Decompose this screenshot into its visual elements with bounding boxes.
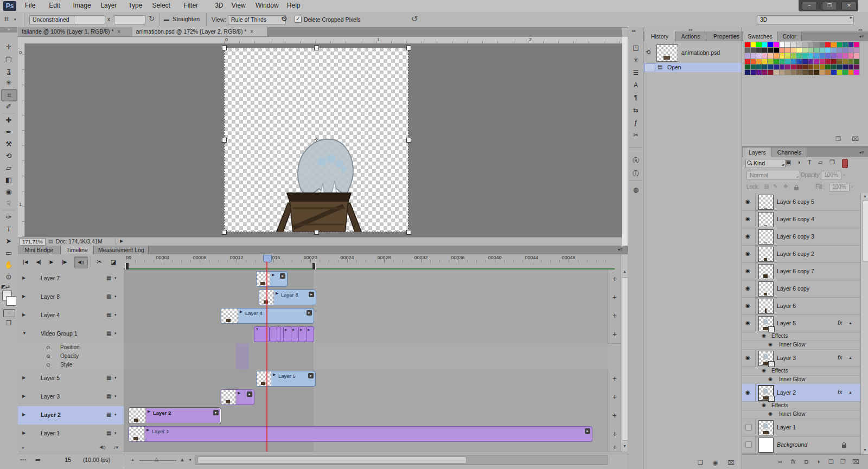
crop-tool-dropdown-arrow[interactable]: ▾: [14, 17, 16, 22]
screen-mode-button[interactable]: ❐: [3, 320, 14, 327]
color-swatch[interactable]: [831, 65, 837, 69]
color-swatch[interactable]: [780, 42, 785, 47]
layer-effect-row[interactable]: ◉Effects: [742, 401, 860, 410]
styles-icon[interactable]: ƒ: [628, 117, 643, 128]
color-swatch[interactable]: [745, 53, 750, 58]
layers-scroll-thumb[interactable]: [862, 201, 868, 261]
menu-help[interactable]: Help: [283, 0, 305, 11]
color-swatch[interactable]: [745, 65, 750, 69]
track-filmstrip-icon[interactable]: ▦: [106, 275, 111, 281]
paint-bucket-tool[interactable]: ◧: [1, 174, 16, 185]
scroll-down-arrow[interactable]: ▼: [623, 444, 627, 448]
color-swatch[interactable]: [825, 53, 831, 58]
shape-tool[interactable]: ▭: [1, 247, 16, 259]
video-group-mini-clip[interactable]: [270, 326, 277, 342]
stopwatch-icon[interactable]: ⊙: [46, 345, 50, 350]
visibility-eye-icon[interactable]: ◉: [745, 320, 750, 326]
audio-track-note-icon[interactable]: ♪▾: [113, 445, 118, 450]
crop-handle[interactable]: [222, 230, 227, 235]
color-swatch[interactable]: [791, 42, 796, 47]
effect-eye-icon[interactable]: ◉: [768, 376, 773, 382]
add-media-button[interactable]: +: [608, 406, 621, 425]
color-swatch[interactable]: [808, 42, 814, 47]
timeline-track-lane[interactable]: [124, 343, 608, 352]
stopwatch-icon[interactable]: ⊙: [46, 362, 50, 368]
clip-loop-icon[interactable]: ▸: [280, 273, 285, 279]
menu-view[interactable]: View: [227, 0, 250, 11]
color-swatch[interactable]: [768, 59, 773, 64]
tab-actions[interactable]: Actions: [675, 31, 706, 41]
timeline-track-lane[interactable]: ▶Layer 2▸: [124, 406, 608, 425]
layer-row-layer-5[interactable]: ◉Layer 5fx▲: [742, 314, 860, 332]
timeline-track-lane[interactable]: ▼▶▶▶▶: [124, 325, 608, 344]
color-swatch[interactable]: [791, 59, 796, 64]
brush-icon[interactable]: ✳: [628, 55, 643, 66]
timeline-zoom-slider-thumb[interactable]: △: [155, 457, 158, 462]
timeline-track-lane[interactable]: [124, 443, 608, 452]
color-swatch[interactable]: [791, 70, 796, 75]
color-swatch[interactable]: [808, 48, 814, 53]
color-swatch[interactable]: [780, 70, 785, 75]
new-adjustment-layer-icon[interactable]: ◑: [816, 458, 820, 465]
add-media-button[interactable]: +: [608, 388, 621, 407]
h-scroll-thumb[interactable]: [197, 457, 467, 464]
color-swatch[interactable]: [751, 59, 756, 64]
delete-state-icon[interactable]: ⌧: [727, 459, 735, 466]
color-swatch[interactable]: [854, 59, 859, 64]
color-swatch[interactable]: [785, 53, 790, 58]
visibility-eye-icon[interactable]: ◉: [745, 268, 750, 274]
color-swatch[interactable]: [751, 65, 756, 69]
zoom-in-mountain-icon[interactable]: ▲: [180, 457, 185, 462]
video-group-mini-clip[interactable]: ▶: [298, 326, 307, 342]
fx-collapse-arrow[interactable]: ▲: [848, 321, 852, 325]
color-swatch[interactable]: [808, 70, 814, 75]
color-swatch[interactable]: [831, 53, 837, 58]
layer-row-layer-6-copy-7[interactable]: ◉Layer 6 copy 7: [742, 262, 860, 280]
layer-effect-row[interactable]: ◉Inner Glow: [742, 410, 860, 419]
tab-properties[interactable]: Properties: [706, 31, 747, 41]
color-swatch[interactable]: [762, 48, 768, 53]
menu-edit[interactable]: Edit: [44, 0, 65, 11]
timeline-clip[interactable]: ▶▸: [221, 389, 254, 405]
play-button[interactable]: ▶: [46, 256, 58, 267]
timeline-tab-measurement-log[interactable]: Measurement Log: [94, 246, 149, 254]
layers-scroll-down-arrow[interactable]: ▼: [863, 448, 867, 452]
color-swatch[interactable]: [854, 48, 859, 53]
color-swatch[interactable]: [762, 70, 768, 75]
crop-settings-gear-icon[interactable]: ⚙: [281, 15, 288, 23]
lock-transparency-icon[interactable]: ▨: [764, 183, 769, 189]
color-swatch[interactable]: [774, 48, 779, 53]
color-swatch[interactable]: [785, 59, 790, 64]
color-swatch[interactable]: [825, 70, 831, 75]
track-options-arrow[interactable]: ▾: [114, 276, 117, 280]
color-swatch[interactable]: [837, 42, 843, 47]
eraser-tool[interactable]: ▱: [1, 162, 16, 174]
quick-mask-button[interactable]: ◌: [3, 309, 15, 317]
add-media-button[interactable]: +: [608, 288, 621, 307]
track-expander-icon[interactable]: ▶: [22, 394, 25, 399]
color-swatch[interactable]: [774, 65, 779, 69]
notes-icon[interactable]: ✂: [628, 130, 643, 140]
color-swatch[interactable]: [831, 48, 837, 53]
close-button[interactable]: ✕: [841, 2, 857, 10]
color-swatch[interactable]: [768, 53, 773, 58]
brush-presets-icon[interactable]: ☰: [628, 67, 643, 78]
color-swatch[interactable]: [751, 48, 756, 53]
timeline-track-lane[interactable]: ▶▸: [124, 388, 608, 407]
background-color-swatch[interactable]: [7, 296, 16, 306]
timeline-panel-menu-icon[interactable]: ▾≡: [618, 247, 623, 252]
clip-loop-icon[interactable]: ▸: [585, 428, 590, 434]
track-expander-icon[interactable]: ▼: [22, 331, 27, 336]
timeline-track-lane[interactable]: ▶Layer 5▸: [124, 369, 608, 388]
lasso-tool[interactable]: ʓ: [1, 65, 16, 76]
layer-filter-toggle[interactable]: [842, 159, 848, 168]
straighten-button[interactable]: Straighten: [173, 16, 200, 22]
layer-row-layer-6-copy-4[interactable]: ◉Layer 6 copy 4: [742, 210, 860, 228]
visibility-eye-icon[interactable]: ◉: [745, 198, 750, 204]
timeline-tab-timeline[interactable]: Timeline: [61, 246, 94, 254]
color-swatch[interactable]: [808, 59, 814, 64]
crop-handle[interactable]: [222, 138, 227, 143]
color-swatch[interactable]: [745, 42, 750, 47]
history-snapshot-row[interactable]: ⟲animatiobn.psd: [643, 43, 742, 62]
color-swatch[interactable]: [848, 65, 854, 69]
